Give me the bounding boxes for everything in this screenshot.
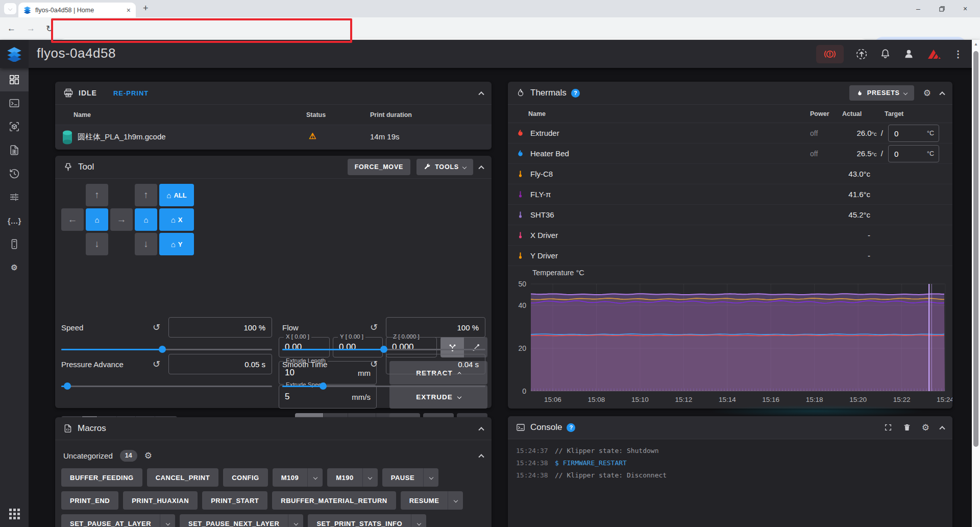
macro-settings-gear-icon[interactable]: ⚙ bbox=[144, 450, 152, 461]
trash-icon[interactable] bbox=[903, 423, 911, 432]
macro-button-print_start[interactable]: PRINT_START bbox=[202, 491, 267, 510]
tools-dropdown-button[interactable]: TOOLS bbox=[416, 159, 473, 175]
window-restore-button[interactable] bbox=[930, 0, 953, 17]
console-log[interactable]: 15:24:37// Klipper state: Shutdown15:24:… bbox=[508, 440, 952, 527]
tab-search-button[interactable] bbox=[4, 3, 16, 14]
new-tab-button[interactable]: + bbox=[143, 3, 149, 14]
macro-button-resume[interactable]: RESUME bbox=[401, 491, 463, 510]
slider-value-input[interactable]: 100 % bbox=[168, 317, 272, 338]
home-all-button[interactable]: ⌂ALL bbox=[159, 184, 194, 206]
back-button[interactable]: ← bbox=[7, 17, 16, 40]
slider-thumb[interactable] bbox=[159, 346, 166, 353]
sidebar-item-tune[interactable] bbox=[0, 185, 29, 209]
temperature-chart[interactable]: Temperature °C020405015:0615:0815:1015:1… bbox=[508, 266, 952, 409]
collapse-icon[interactable] bbox=[478, 427, 484, 433]
collapse-icon[interactable] bbox=[939, 426, 945, 432]
sidebar-item-system[interactable] bbox=[0, 232, 29, 256]
help-icon[interactable]: ? bbox=[571, 89, 580, 98]
reset-icon[interactable]: ↺ bbox=[370, 322, 378, 333]
macro-param-expand[interactable] bbox=[307, 468, 323, 487]
jog-x-plus[interactable]: → bbox=[110, 208, 133, 231]
notifications-bell-icon[interactable] bbox=[879, 48, 891, 60]
home-xy-button[interactable]: ⌂ bbox=[86, 208, 108, 231]
jog-y-plus[interactable]: ↑ bbox=[86, 184, 108, 206]
collapse-icon[interactable] bbox=[478, 454, 484, 460]
collapse-icon[interactable] bbox=[939, 91, 945, 97]
sidebar-item-config[interactable]: {…} bbox=[0, 209, 29, 232]
sidebar-item-history[interactable] bbox=[0, 162, 29, 185]
reset-icon[interactable]: ↺ bbox=[153, 322, 160, 333]
macro-button-m109[interactable]: M109 bbox=[273, 468, 323, 487]
thermal-row-y-driver[interactable]: Y Driver- bbox=[508, 246, 952, 266]
macro-button-set_print_stats_info[interactable]: SET_PRINT_STATS_INFO bbox=[308, 514, 426, 527]
job-file-row[interactable]: 圆柱体_PLA_1h9m.gcode ⚠ 14m 19s bbox=[55, 125, 492, 149]
slider[interactable] bbox=[61, 382, 272, 390]
sidebar-item-dashboard[interactable] bbox=[0, 68, 29, 91]
home-z-button[interactable]: ⌂ bbox=[135, 208, 157, 231]
macro-button-buffer_feeding[interactable]: BUFFER_FEEDING bbox=[61, 468, 142, 487]
fly-brand-logo[interactable] bbox=[926, 48, 942, 60]
macro-button-config[interactable]: CONFIG bbox=[223, 468, 268, 487]
macro-button-pause[interactable]: PAUSE bbox=[382, 468, 438, 487]
macro-button-print_end[interactable]: PRINT_END bbox=[61, 491, 118, 510]
home-y-button[interactable]: ⌂Y bbox=[159, 233, 194, 255]
sidebar-item-console[interactable] bbox=[0, 91, 29, 115]
page-scrollbar[interactable]: ▲ bbox=[972, 40, 980, 527]
emergency-stop-button[interactable] bbox=[816, 45, 844, 63]
help-icon[interactable]: ? bbox=[567, 423, 575, 432]
slider-thumb[interactable] bbox=[64, 382, 71, 390]
force-move-button[interactable]: FORCE_MOVE bbox=[348, 159, 411, 175]
fullscreen-icon[interactable] bbox=[884, 423, 892, 432]
macro-button-rbuffer_material_return[interactable]: RBUFFER_MATERIAL_RETURN bbox=[272, 491, 396, 510]
user-icon[interactable] bbox=[903, 48, 915, 60]
thermal-row-extruder[interactable]: Extruderoff26.0°c /0°C bbox=[508, 123, 952, 143]
update-icon[interactable] bbox=[855, 48, 868, 60]
jog-z-plus[interactable]: ↑ bbox=[135, 184, 157, 206]
target-temperature-input[interactable]: 0°C bbox=[888, 125, 939, 142]
slider-value-input[interactable]: 100 % bbox=[386, 317, 485, 338]
slider-value-input[interactable]: 0.04 s bbox=[386, 354, 485, 374]
scroll-up-arrow-icon[interactable]: ▲ bbox=[972, 42, 980, 46]
macro-param-expand[interactable] bbox=[423, 468, 438, 487]
jog-z-minus[interactable]: ↓ bbox=[135, 233, 157, 255]
slider[interactable] bbox=[61, 346, 272, 353]
window-minimize-button[interactable]: – bbox=[906, 0, 930, 17]
macro-button-cancel_print[interactable]: CANCEL_PRINT bbox=[147, 468, 218, 487]
sidebar-item-jobs[interactable] bbox=[0, 138, 29, 162]
jog-x-minus[interactable]: ← bbox=[61, 208, 84, 231]
thermal-row-fly-c8[interactable]: Fly-C843.0°c bbox=[508, 164, 952, 184]
slider-thumb[interactable] bbox=[380, 346, 387, 353]
app-menu-kebab-icon[interactable]: ⋮ bbox=[953, 49, 963, 60]
thermals-settings-gear-icon[interactable]: ⚙ bbox=[923, 88, 931, 99]
thermal-row-heater-bed[interactable]: Heater Bedoff26.5°c /0°C bbox=[508, 143, 952, 164]
scrollbar-thumb[interactable] bbox=[973, 51, 978, 447]
target-temperature-input[interactable]: 0°C bbox=[888, 145, 939, 162]
macro-button-print_huaxian[interactable]: PRINT_HUAXIAN bbox=[123, 491, 198, 510]
browser-tab[interactable]: flyos-0a4d58 | Home × bbox=[18, 3, 136, 17]
tab-close-icon[interactable]: × bbox=[127, 7, 131, 14]
slider[interactable] bbox=[282, 346, 485, 353]
macro-param-expand[interactable] bbox=[362, 468, 378, 487]
apps-grid-icon[interactable] bbox=[0, 504, 29, 524]
thermal-row-sht36[interactable]: SHT3645.2°c bbox=[508, 205, 952, 225]
slider-thumb[interactable] bbox=[320, 382, 327, 390]
sidebar-item-preview-3d[interactable] bbox=[0, 115, 29, 138]
macro-button-m190[interactable]: M190 bbox=[327, 468, 378, 487]
home-x-button[interactable]: ⌂X bbox=[159, 208, 194, 231]
macro-param-expand[interactable] bbox=[160, 514, 175, 527]
forward-button[interactable]: → bbox=[27, 17, 35, 40]
macro-param-expand[interactable] bbox=[411, 514, 426, 527]
slider-value-input[interactable]: 0.05 s bbox=[168, 354, 272, 374]
macro-button-set_pause_next_layer[interactable]: SET_PAUSE_NEXT_LAYER bbox=[180, 514, 303, 527]
thermal-row-fly-π[interactable]: FLY-π41.6°c bbox=[508, 184, 952, 205]
sidebar-item-settings[interactable]: ⚙ bbox=[0, 256, 29, 279]
window-close-button[interactable]: × bbox=[953, 0, 977, 17]
console-settings-gear-icon[interactable]: ⚙ bbox=[922, 422, 929, 433]
jog-y-minus[interactable]: ↓ bbox=[86, 233, 108, 255]
macro-button-set_pause_at_layer[interactable]: SET_PAUSE_AT_LAYER bbox=[61, 514, 175, 527]
presets-dropdown-button[interactable]: PRESETS bbox=[849, 85, 914, 101]
thermal-row-x-driver[interactable]: X Driver- bbox=[508, 225, 952, 246]
slider[interactable] bbox=[282, 382, 485, 390]
macro-param-expand[interactable] bbox=[448, 491, 463, 510]
collapse-icon[interactable] bbox=[478, 91, 484, 97]
